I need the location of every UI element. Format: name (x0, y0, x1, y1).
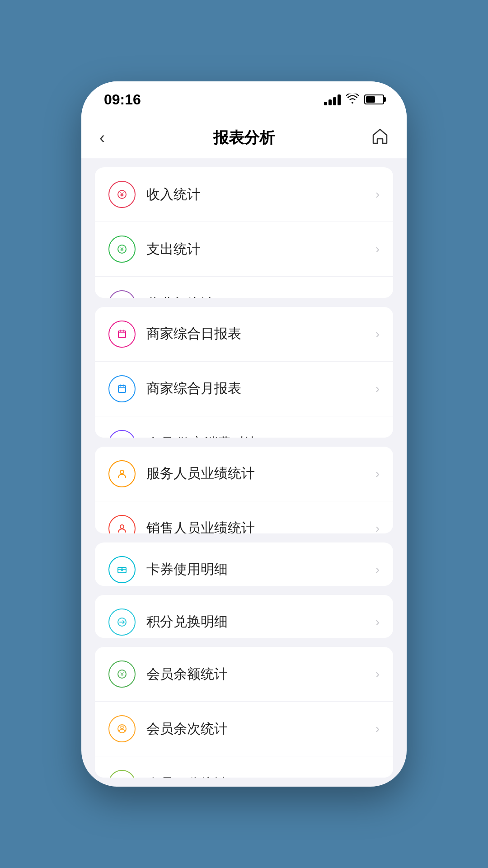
chevron-icon: › (375, 242, 380, 256)
battery-icon (364, 94, 384, 104)
menu-item-points-exchange[interactable]: 积分兑换明细 › (95, 595, 393, 638)
page-header: ‹ 报表分析 (81, 118, 407, 158)
card-group-3: 服务人员业绩统计 › 销售人员业绩统计 › (95, 447, 393, 533)
card-group-4: 卡券使用明细 › (95, 542, 393, 586)
svg-rect-5 (118, 331, 126, 338)
sales-staff-icon (108, 515, 136, 533)
svg-text:¥: ¥ (120, 671, 124, 678)
income-icon: ¥ (108, 181, 136, 208)
chevron-icon: › (375, 776, 380, 778)
service-staff-label: 服务人员业绩统计 (146, 464, 375, 483)
member-compare-label: 会员/散客消费对比 (146, 434, 375, 437)
menu-item-member-balance[interactable]: ¥ 会员余额统计 › (95, 647, 393, 702)
chevron-icon: › (375, 521, 380, 533)
income-label: 收入统计 (146, 185, 375, 204)
content-area: ¥ 收入统计 › ¥ 支出统计 › (81, 158, 407, 787)
menu-item-sales-staff[interactable]: 销售人员业绩统计 › (95, 501, 393, 533)
card-group-1: ¥ 收入统计 › ¥ 支出统计 › (95, 167, 393, 298)
menu-item-daily-report[interactable]: 商家综合日报表 › (95, 307, 393, 362)
member-points-label: 会员积分统计 (146, 774, 375, 778)
chevron-icon: › (375, 187, 380, 202)
card-group-2: 商家综合日报表 › 商家综合月报表 › (95, 307, 393, 438)
member-points-icon (108, 770, 136, 778)
card-detail-label: 卡券使用明细 (146, 560, 375, 579)
svg-text:¥: ¥ (120, 245, 124, 253)
monthly-report-label: 商家综合月报表 (146, 379, 375, 398)
svg-rect-17 (118, 567, 126, 573)
menu-item-income[interactable]: ¥ 收入统计 › (95, 167, 393, 222)
member-balance-label: 会员余额统计 (146, 665, 375, 684)
menu-item-revenue[interactable]: 营业额统计 › (95, 277, 393, 298)
chevron-icon: › (375, 436, 380, 438)
member-times-icon (108, 715, 136, 742)
card-detail-icon (108, 556, 136, 583)
menu-item-member-times[interactable]: 会员余次统计 › (95, 702, 393, 756)
svg-point-15 (120, 470, 124, 474)
menu-item-expense[interactable]: ¥ 支出统计 › (95, 222, 393, 277)
menu-item-monthly-report[interactable]: 商家综合月报表 › (95, 362, 393, 416)
home-button[interactable] (361, 128, 389, 148)
sales-staff-label: 销售人员业绩统计 (146, 519, 375, 533)
status-time: 09:16 (104, 91, 141, 108)
chevron-icon: › (375, 562, 380, 577)
menu-item-card-detail[interactable]: 卡券使用明细 › (95, 542, 393, 586)
page-title: 报表分析 (213, 127, 275, 148)
expense-icon: ¥ (108, 236, 136, 263)
back-button[interactable]: ‹ (99, 128, 127, 147)
daily-report-label: 商家综合日报表 (146, 325, 375, 343)
card-group-5: 积分兑换明细 › (95, 595, 393, 638)
monthly-report-icon (108, 375, 136, 402)
menu-item-member-points[interactable]: 会员积分统计 › (95, 756, 393, 778)
member-balance-icon: ¥ (108, 660, 136, 688)
menu-item-member-compare[interactable]: 会员/散客消费对比 › (95, 416, 393, 438)
wifi-icon (346, 93, 359, 107)
chevron-icon: › (375, 615, 380, 629)
chevron-icon: › (375, 327, 380, 341)
status-bar: 09:16 (81, 81, 407, 118)
menu-item-service-staff[interactable]: 服务人员业绩统计 › (95, 447, 393, 501)
points-exchange-label: 积分兑换明细 (146, 613, 375, 631)
revenue-icon (108, 290, 136, 298)
chevron-icon: › (375, 722, 380, 736)
member-compare-icon (108, 430, 136, 438)
card-group-6: ¥ 会员余额统计 › 会员余次统计 › (95, 647, 393, 778)
svg-point-16 (120, 525, 124, 528)
svg-text:¥: ¥ (120, 191, 124, 198)
member-times-label: 会员余次统计 (146, 720, 375, 738)
chevron-icon: › (375, 467, 380, 481)
service-staff-icon (108, 460, 136, 487)
signal-icon (324, 94, 341, 105)
phone-frame: 09:16 ‹ 报表分析 (81, 81, 407, 787)
chevron-icon: › (375, 382, 380, 396)
chevron-icon: › (375, 667, 380, 681)
status-icons (324, 93, 384, 107)
chevron-icon: › (375, 297, 380, 298)
points-exchange-icon (108, 609, 136, 636)
daily-report-icon (108, 321, 136, 348)
svg-point-24 (121, 726, 123, 729)
svg-rect-9 (118, 386, 126, 392)
expense-label: 支出统计 (146, 240, 375, 259)
revenue-label: 营业额统计 (146, 295, 375, 298)
